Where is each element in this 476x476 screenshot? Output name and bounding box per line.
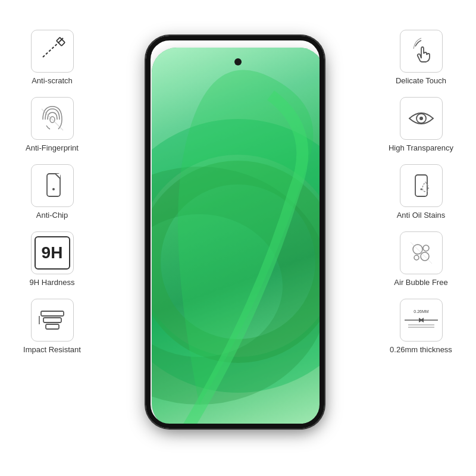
svg-line-23 (411, 242, 432, 264)
feature-anti-chip: Anti-Chip (6, 164, 98, 221)
chip-icon (37, 170, 68, 201)
left-features: Anti-scratch Anti-Fingerprint (6, 30, 98, 355)
impact-icon (36, 306, 68, 334)
svg-text:0.26MM: 0.26MM (414, 309, 428, 314)
eye-icon-box (400, 97, 443, 140)
svg-point-16 (419, 117, 423, 120)
feature-anti-fingerprint: Anti-Fingerprint (6, 97, 98, 154)
impact-icon-box (31, 299, 74, 342)
anti-chip-label: Anti-Chip (36, 211, 68, 221)
eye-icon (406, 103, 437, 134)
svg-point-18 (420, 188, 422, 190)
high-transparency-label: High Transparency (389, 143, 453, 154)
svg-rect-9 (43, 318, 61, 322)
svg-marker-27 (420, 318, 424, 322)
glass-overlay (146, 36, 324, 428)
svg-rect-8 (41, 311, 64, 316)
feature-anti-scratch: Anti-scratch (6, 30, 98, 86)
feature-delicate-touch: Delicate Touch (372, 30, 470, 86)
anti-fingerprint-icon-box (31, 97, 74, 140)
feature-9h-hardness: 9H 9H Hardness (6, 231, 98, 288)
touch-icon-box (400, 30, 443, 73)
thickness-icon-box: 0.26MM (400, 299, 443, 342)
oil-icon (406, 170, 437, 201)
main-container: Anti-scratch Anti-Fingerprint (0, 0, 476, 476)
svg-rect-10 (46, 324, 59, 329)
feature-air-bubble: Air Bubble Free (372, 231, 470, 288)
oil-icon-box (400, 164, 443, 207)
9h-icon-box: 9H (31, 231, 74, 274)
svg-point-20 (423, 245, 429, 251)
svg-line-0 (43, 42, 60, 57)
right-features: Delicate Touch High Transparency (372, 30, 470, 355)
feature-impact-resistant: Impact Resistant (6, 299, 98, 355)
fingerprint-icon (37, 103, 68, 134)
feature-thickness: 0.26MM 0.26mm thickness (372, 299, 470, 355)
bubble-icon-box (400, 231, 443, 274)
phone-camera (234, 58, 242, 65)
svg-rect-17 (415, 175, 427, 196)
anti-oil-label: Anti Oil Stains (397, 211, 446, 221)
svg-point-21 (414, 255, 419, 260)
thickness-label: 0.26mm thickness (390, 345, 452, 355)
feature-high-transparency: High Transparency (372, 97, 470, 154)
delicate-touch-label: Delicate Touch (396, 76, 446, 86)
feature-anti-oil: Anti Oil Stains (372, 164, 470, 221)
phone-center (146, 36, 330, 440)
anti-scratch-label: Anti-scratch (32, 76, 73, 86)
svg-point-7 (52, 188, 55, 190)
bubble-icon (406, 237, 437, 268)
anti-fingerprint-label: Anti-Fingerprint (26, 143, 79, 154)
scratch-icon (37, 36, 68, 67)
air-bubble-label: Air Bubble Free (394, 278, 447, 288)
touch-icon (406, 36, 437, 67)
anti-scratch-icon-box (31, 30, 74, 73)
9h-badge: 9H (35, 236, 70, 270)
9h-label: 9H Hardness (30, 278, 75, 288)
svg-rect-1 (56, 37, 64, 46)
anti-chip-icon-box (31, 164, 74, 207)
thickness-icon: 0.26MM (402, 305, 440, 336)
impact-label: Impact Resistant (23, 345, 81, 355)
